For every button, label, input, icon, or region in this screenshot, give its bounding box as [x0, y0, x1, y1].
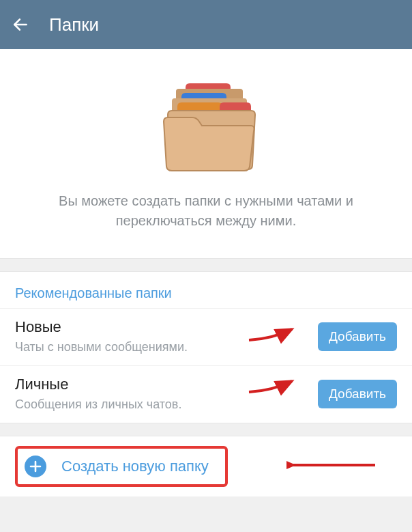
recommended-row-personal: Личные Сообщения из личных чатов. Добави…: [0, 365, 412, 423]
row-subtitle: Сообщения из личных чатов.: [15, 397, 318, 412]
back-button[interactable]: [11, 15, 30, 34]
row-title: Новые: [15, 318, 318, 336]
recommended-row-new: Новые Чаты с новыми сообщениями. Добавит…: [0, 308, 412, 365]
annotation-arrow-icon: [286, 456, 382, 476]
arrow-left-icon: [12, 16, 29, 33]
plus-icon: [25, 456, 46, 477]
row-subtitle: Чаты с новыми сообщениями.: [15, 340, 318, 354]
folder-stack-icon: [151, 74, 261, 176]
row-content: Личные Сообщения из личных чатов.: [15, 376, 318, 412]
section-header: Рекомендованные папки: [0, 272, 412, 308]
add-button[interactable]: Добавить: [318, 380, 397, 408]
page-title: Папки: [49, 14, 99, 36]
row-content: Новые Чаты с новыми сообщениями.: [15, 318, 318, 354]
folders-illustration: [151, 74, 261, 176]
hero-section: Вы можете создать папки с нужными чатами…: [0, 49, 412, 259]
create-label: Создать новую папку: [61, 458, 209, 475]
add-button[interactable]: Добавить: [318, 322, 397, 351]
recommended-section: Рекомендованные папки Новые Чаты с новым…: [0, 271, 412, 423]
create-folder-button[interactable]: Создать новую папку: [15, 446, 228, 487]
row-title: Личные: [15, 376, 318, 393]
hero-description: Вы можете создать папки с нужными чатами…: [27, 191, 385, 231]
create-section: Создать новую папку: [0, 436, 412, 496]
app-header: Папки: [0, 0, 412, 49]
